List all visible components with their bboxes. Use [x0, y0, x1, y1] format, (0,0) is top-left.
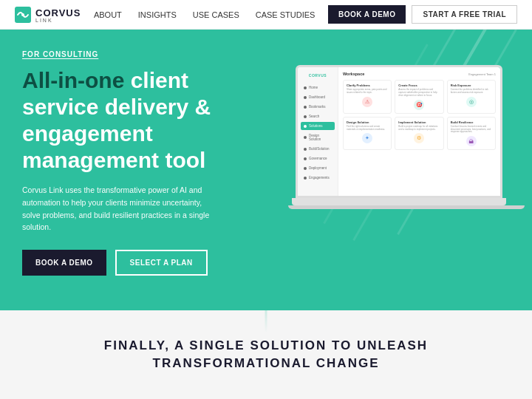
nav-use-cases[interactable]: USE CASES — [193, 10, 239, 19]
sidebar-dot — [304, 96, 307, 99]
nav-insights[interactable]: INSIGHTS — [138, 10, 177, 19]
hero-visual: CORVUS Home Dashboard Bookmarks — [236, 50, 510, 209]
card-title-risk: Risk Exposure — [451, 83, 492, 87]
app-main-content: Workspace Engagement Team 1 Clarify Prob… — [338, 67, 500, 196]
logo[interactable]: CORVUS LINK — [15, 6, 81, 23]
sidebar-label: Build/Solution — [309, 147, 330, 151]
card-title-implement: Implement Solution — [398, 120, 440, 124]
app-engagement-label: Engagement Team 1 — [468, 72, 496, 76]
sidebar-item-bookmarks[interactable]: Bookmarks — [301, 103, 335, 111]
bottom-title-line1: FINALLY, A SINGLE SOLUTION TO UNLEASH — [104, 337, 428, 355]
hero-select-plan-button[interactable]: SELECT A PLAN — [115, 250, 208, 276]
card-icon-focus: 🎯 — [414, 100, 424, 110]
hero-tag: FOR CONSULTING — [22, 50, 236, 58]
sidebar-item-engagements[interactable]: Engagements — [301, 174, 335, 182]
sidebar-item-home[interactable]: Home — [301, 83, 335, 92]
card-icon-design: ✦ — [362, 133, 372, 143]
app-sidebar: CORVUS Home Dashboard Bookmarks — [298, 67, 338, 196]
nav-book-demo-button[interactable]: BOOK A DEMO — [328, 5, 406, 24]
app-card-implement: Implement Solution Build a project roadm… — [395, 117, 443, 151]
hero-headline-highlight: All-in-one — [22, 68, 124, 92]
sidebar-label-home: Home — [309, 86, 318, 89]
sidebar-item-build[interactable]: Build/Solution — [301, 145, 335, 153]
card-title-clarify: Clarify Problems — [347, 83, 388, 87]
laptop-base — [292, 198, 506, 205]
sidebar-label: Solutions — [309, 124, 323, 128]
card-icon-risk: ◎ — [466, 97, 477, 107]
svg-point-1 — [21, 13, 24, 16]
sidebar-dot — [304, 157, 307, 160]
hero-book-demo-button[interactable]: BOOK A DEMO — [22, 250, 106, 276]
laptop-screen: CORVUS Home Dashboard Bookmarks — [296, 65, 502, 198]
logo-text: CORVUS — [35, 7, 81, 18]
hero-description: Corvus Link uses the transformative powe… — [22, 184, 214, 233]
sidebar-dot — [304, 106, 307, 109]
sidebar-dot — [304, 86, 307, 89]
sidebar-dot — [304, 177, 307, 180]
card-icon-clarify: ⚠ — [362, 97, 372, 107]
card-icon-implement: ⚙ — [414, 133, 424, 143]
sidebar-label: Dashboard — [309, 95, 325, 99]
nav-about[interactable]: ABOUT — [94, 10, 122, 19]
hero-headline: All-in-one client service delivery & eng… — [22, 67, 236, 174]
sidebar-label: Design Solution — [309, 134, 332, 141]
app-card-resilience: Build Resilience Conduct lessons learned… — [447, 117, 496, 151]
app-card-risk: Risk Exposure Connect the problems ident… — [447, 80, 496, 114]
sidebar-dot — [304, 148, 307, 151]
navbar: CORVUS LINK ABOUT INSIGHTS USE CASES CAS… — [0, 0, 532, 30]
laptop-mockup: CORVUS Home Dashboard Bookmarks — [288, 65, 510, 209]
hero-content: FOR CONSULTING All-in-one client service… — [22, 50, 236, 276]
sidebar-item-dashboard[interactable]: Dashboard — [301, 93, 335, 101]
card-icon-resilience: 🏔 — [466, 136, 477, 146]
laptop-stand — [288, 205, 525, 209]
nav-actions: BOOK A DEMO START A FREE TRIAL — [328, 5, 517, 24]
sidebar-label: Deployment — [309, 166, 327, 170]
logo-sub: LINK — [35, 18, 81, 23]
corvus-logo-icon — [15, 7, 31, 23]
card-title-design: Design Solution — [347, 120, 388, 124]
sidebar-item-design[interactable]: Design Solution — [301, 132, 335, 143]
sidebar-item-solutions[interactable]: Solutions — [301, 122, 335, 130]
app-interface: CORVUS Home Dashboard Bookmarks — [298, 67, 500, 196]
sidebar-label: Engagements — [309, 176, 330, 180]
card-title-focus: Create Focus — [398, 83, 440, 87]
nav-case-studies[interactable]: CASE STUDIES — [256, 10, 316, 19]
hero-buttons: BOOK A DEMO SELECT A PLAN — [22, 250, 236, 276]
sidebar-dot — [304, 136, 307, 139]
nav-free-trial-button[interactable]: START A FREE TRIAL — [412, 5, 517, 24]
sidebar-item-governance[interactable]: Governance — [301, 154, 335, 163]
card-desc-risk: Connect the problems identified to risk … — [451, 89, 492, 95]
app-cards-grid: Clarify Problems Share appropriate areas… — [343, 80, 496, 150]
bottom-deco-line — [265, 288, 267, 332]
sidebar-item-deployment[interactable]: Deployment — [301, 164, 335, 172]
sidebar-dot — [304, 115, 307, 118]
sidebar-dot — [304, 167, 307, 170]
app-card-clarify: Clarify Problems Share appropriate areas… — [343, 80, 392, 114]
sidebar-label: Search — [309, 115, 319, 118]
card-desc-design: Find the right solutions and create mate… — [347, 126, 388, 132]
nav-links: ABOUT INSIGHTS USE CASES CASE STUDIES — [94, 10, 316, 19]
bottom-section: FINALLY, A SINGLE SOLUTION TO UNLEASH TR… — [0, 310, 532, 399]
sidebar-item-search[interactable]: Search — [301, 112, 335, 120]
bottom-title-line2: TRANSFORMATIONAL CHANGE — [153, 355, 380, 372]
hero-section: FOR CONSULTING All-in-one client service… — [0, 30, 532, 310]
card-desc-implement: Build a project roadmap for all initiati… — [398, 126, 440, 132]
app-sidebar-logo: CORVUS — [301, 73, 335, 78]
bottom-decoration — [265, 288, 267, 332]
card-desc-clarify: Share appropriate areas, pain points and… — [347, 89, 388, 95]
card-title-resilience: Build Resilience — [451, 120, 492, 124]
app-workspace-title: Workspace — [343, 72, 364, 76]
card-desc-resilience: Conduct lessons learned events and docum… — [451, 126, 492, 134]
sidebar-label: Bookmarks — [309, 105, 326, 109]
sidebar-label: Governance — [309, 157, 327, 160]
card-desc-focus: Assess the impact of problems and captur… — [398, 89, 440, 98]
app-card-design: Design Solution Find the right solutions… — [343, 117, 392, 151]
sidebar-dot — [304, 125, 307, 128]
app-card-focus: Create Focus Assess the impact of proble… — [395, 80, 443, 114]
app-header: Workspace Engagement Team 1 — [343, 72, 496, 76]
